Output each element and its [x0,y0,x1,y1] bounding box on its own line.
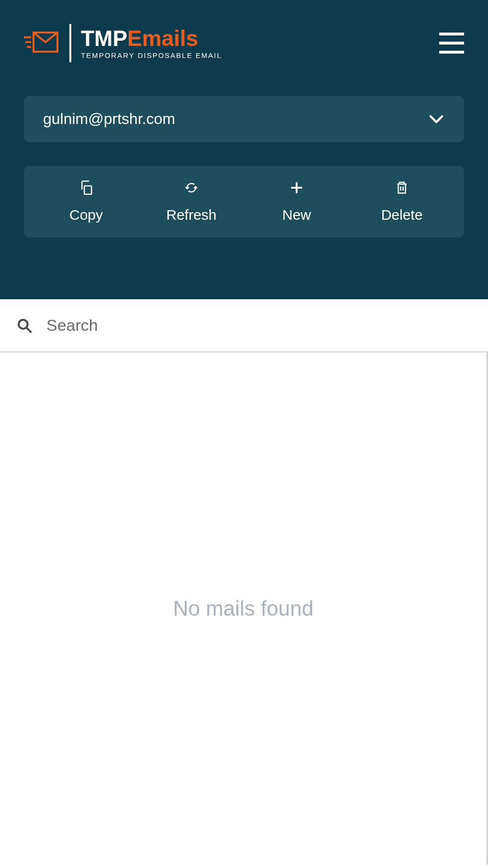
logo-title-part2: Emails [127,27,198,49]
logo-title-part1: TMP [81,27,127,49]
delete-label: Delete [381,207,423,223]
chevron-down-icon [428,111,445,128]
hamburger-menu-button[interactable] [439,33,464,54]
trash-icon [395,180,409,195]
plus-icon [289,180,304,195]
hamburger-line [439,51,464,54]
new-label: New [282,207,311,223]
refresh-button[interactable]: Refresh [139,180,244,223]
empty-message: No mails found [173,597,313,620]
logo-subtitle: TEMPORARY DISPOSABLE EMAIL [81,51,222,59]
logo-text: TMPEmails TEMPORARY DISPOSABLE EMAIL [81,27,222,59]
new-button[interactable]: New [244,180,349,223]
content-area: No mails found [0,352,488,865]
action-bar: Copy Refresh New Delete [24,166,464,237]
header: TMPEmails TEMPORARY DISPOSABLE EMAIL gul… [0,0,488,299]
email-selector[interactable]: gulnim@prtshr.com [24,96,464,142]
delete-button[interactable]: Delete [349,180,455,223]
top-bar: TMPEmails TEMPORARY DISPOSABLE EMAIL [24,24,464,62]
search-bar [0,299,488,352]
svg-line-10 [26,327,31,332]
refresh-label: Refresh [166,207,216,223]
logo-title: TMPEmails [81,27,222,49]
copy-icon [79,180,93,195]
refresh-icon [184,180,199,195]
copy-label: Copy [69,207,103,223]
hamburger-line [439,33,464,35]
hamburger-line [439,42,464,45]
logo[interactable]: TMPEmails TEMPORARY DISPOSABLE EMAIL [24,24,222,62]
envelope-icon [24,30,60,56]
search-icon [17,318,32,333]
search-input[interactable] [46,316,471,335]
email-address: gulnim@prtshr.com [43,110,175,128]
logo-divider [69,24,71,62]
copy-button[interactable]: Copy [33,180,139,223]
svg-rect-4 [84,186,91,194]
